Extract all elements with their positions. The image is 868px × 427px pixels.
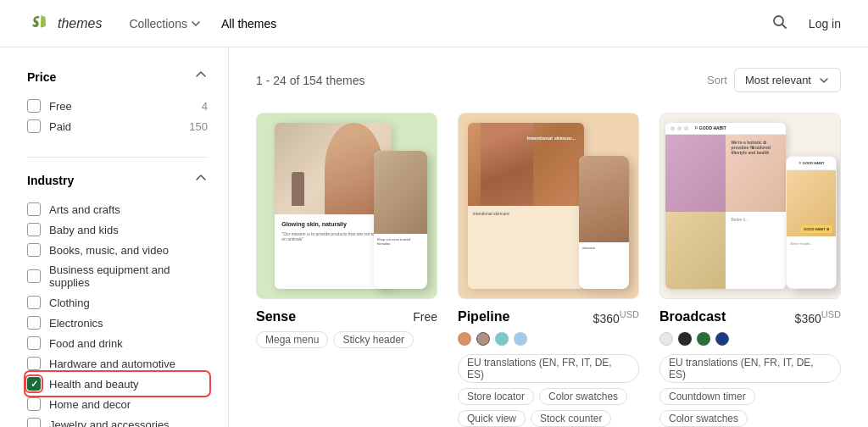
sort-container: Sort Most relevant xyxy=(707,68,841,92)
broadcast-bg: ⚐ GOOD HABIT We're a holistic ✿ provides… xyxy=(660,114,840,298)
free-checkbox[interactable] xyxy=(27,99,41,113)
sense-phone-mockup: Shop our most trusted formulas xyxy=(374,151,428,290)
chevron-up-icon xyxy=(194,171,208,185)
industry-checkbox-7[interactable] xyxy=(27,357,41,370)
swatch-0[interactable] xyxy=(458,332,471,346)
theme-card-pipeline[interactable]: Intentional skincar... Intentional skinc… xyxy=(458,113,639,427)
sort-selected-value: Most relevant xyxy=(745,74,811,86)
industry-label-8: Health and beauty xyxy=(49,378,208,391)
industry-checkbox-4[interactable] xyxy=(27,296,41,309)
filter-paid[interactable]: Paid 150 xyxy=(27,116,208,136)
sort-label: Sort xyxy=(707,74,727,86)
filter-industry-0[interactable]: Arts and crafts xyxy=(27,199,208,219)
shopify-logo-icon xyxy=(27,12,51,36)
pipeline-tag-3: Quick view xyxy=(458,410,526,427)
pipeline-thumbnail: Intentional skincar... Intentional skinc… xyxy=(458,113,639,299)
industry-checkbox-2[interactable] xyxy=(27,243,41,257)
swatch-2[interactable] xyxy=(495,332,509,346)
filter-industry-4[interactable]: Clothing xyxy=(27,292,208,313)
theme-card-broadcast[interactable]: ⚐ GOOD HABIT We're a holistic ✿ provides… xyxy=(659,113,841,427)
chevron-down-icon xyxy=(191,19,201,29)
filter-industry-7[interactable]: Hardware and automotive xyxy=(27,353,208,374)
nav-collections[interactable]: Collections xyxy=(129,17,200,30)
filter-industry-6[interactable]: Food and drink xyxy=(27,333,208,353)
search-icon xyxy=(771,14,788,30)
filter-industry-5[interactable]: Electronics xyxy=(27,313,208,333)
login-button[interactable]: Log in xyxy=(809,17,841,30)
price-filter-section: Price Free 4 Paid 150 xyxy=(27,68,208,136)
broadcast-price: $360USD xyxy=(795,309,841,325)
swatch-1[interactable] xyxy=(678,332,692,346)
content-header: 1 - 24 of 154 themes Sort Most relevant xyxy=(256,68,841,92)
svg-point-0 xyxy=(774,16,783,25)
industry-checkbox-6[interactable] xyxy=(27,336,41,350)
industry-checkbox-8[interactable] xyxy=(27,377,41,391)
paid-checkbox[interactable] xyxy=(27,119,41,133)
industry-label-1: Baby and kids xyxy=(49,224,208,236)
main-content: 1 - 24 of 154 themes Sort Most relevant xyxy=(229,47,868,427)
filter-industry-2[interactable]: Books, music, and video xyxy=(27,240,208,260)
swatch-0[interactable] xyxy=(659,332,673,346)
broadcast-phone-mockup: ⚐ GOOD HABIT GOOD HABIT ✿ Better health.… xyxy=(786,156,836,289)
pipeline-tag-1: Store locator xyxy=(458,388,534,405)
industry-label-10: Jewelry and accessories xyxy=(49,419,208,428)
industry-items-list: Arts and craftsBaby and kidsBooks, music… xyxy=(27,199,208,427)
filter-industry-3[interactable]: Business equipment and supplies xyxy=(27,260,208,292)
pipeline-device-mockup: Intentional skincar... Intentional skinc… xyxy=(468,123,585,289)
industry-checkbox-1[interactable] xyxy=(27,223,41,236)
filter-free[interactable]: Free 4 xyxy=(27,96,208,116)
pipeline-bg: Intentional skincar... Intentional skinc… xyxy=(459,114,638,298)
pipeline-name: Pipeline xyxy=(458,309,509,324)
swatch-3[interactable] xyxy=(715,332,729,346)
broadcast-tag-1: Countdown timer xyxy=(659,388,755,405)
filter-industry-1[interactable]: Baby and kids xyxy=(27,219,208,240)
sense-bg: Glowing skin, naturally "Our mission is … xyxy=(257,114,437,298)
main-header: themes Collections All themes Log in xyxy=(0,0,868,47)
industry-label-7: Hardware and automotive xyxy=(49,358,208,370)
chevron-up-icon xyxy=(194,68,208,81)
industry-checkbox-5[interactable] xyxy=(27,316,41,330)
swatch-3[interactable] xyxy=(514,332,527,346)
industry-checkbox-10[interactable] xyxy=(27,418,41,427)
main-layout: Price Free 4 Paid 150 Industry xyxy=(0,47,868,427)
themes-grid: Glowing skin, naturally "Our mission is … xyxy=(256,113,841,427)
logo-text: themes xyxy=(58,16,102,31)
filter-industry-10[interactable]: Jewelry and accessories xyxy=(27,414,208,427)
industry-filter-section: Industry Arts and craftsBaby and kidsBoo… xyxy=(27,171,208,427)
filter-industry-8[interactable]: Health and beauty xyxy=(27,374,208,394)
logo-link[interactable]: themes xyxy=(27,12,102,36)
results-count: 1 - 24 of 154 themes xyxy=(256,74,364,87)
nav-all-themes[interactable]: All themes xyxy=(221,17,276,30)
sense-tag-0: Mega menu xyxy=(256,331,328,348)
free-label: Free xyxy=(49,100,193,113)
swatch-1[interactable] xyxy=(476,332,490,346)
pipeline-tag-0: EU translations (EN, FR, IT, DE, ES) xyxy=(458,354,639,383)
sense-tags-row: Mega menu Sticky header xyxy=(256,331,437,348)
search-button[interactable] xyxy=(768,10,792,36)
industry-label-6: Food and drink xyxy=(49,337,208,350)
industry-checkbox-0[interactable] xyxy=(27,202,41,216)
broadcast-tags-row2: Countdown timer Color swatches xyxy=(659,388,841,427)
filter-industry-9[interactable]: Home and decor xyxy=(27,394,208,414)
broadcast-name-row: Broadcast $360USD xyxy=(659,309,841,325)
theme-card-sense[interactable]: Glowing skin, naturally "Our mission is … xyxy=(256,113,437,427)
industry-checkbox-3[interactable] xyxy=(27,269,41,283)
header-actions: Log in xyxy=(768,10,841,36)
broadcast-swatches xyxy=(659,332,841,346)
paid-count: 150 xyxy=(189,120,208,133)
industry-checkbox-9[interactable] xyxy=(27,397,41,411)
industry-section-header: Industry xyxy=(27,171,208,189)
industry-label-5: Electronics xyxy=(49,317,208,330)
swatch-2[interactable] xyxy=(697,332,710,346)
pipeline-tags-row1: EU translations (EN, FR, IT, DE, ES) xyxy=(458,354,639,383)
industry-label-0: Arts and crafts xyxy=(49,203,208,216)
pipeline-tags-row2: Store locator Color swatches xyxy=(458,388,639,405)
industry-collapse-button[interactable] xyxy=(194,171,208,189)
sense-name: Sense xyxy=(256,309,296,324)
price-collapse-button[interactable] xyxy=(194,68,208,86)
pipeline-price: $360USD xyxy=(593,309,639,325)
price-section-title: Price xyxy=(27,70,56,84)
price-section-header: Price xyxy=(27,68,208,86)
sort-select[interactable]: Most relevant xyxy=(734,68,841,92)
pipeline-name-row: Pipeline $360USD xyxy=(458,309,639,325)
